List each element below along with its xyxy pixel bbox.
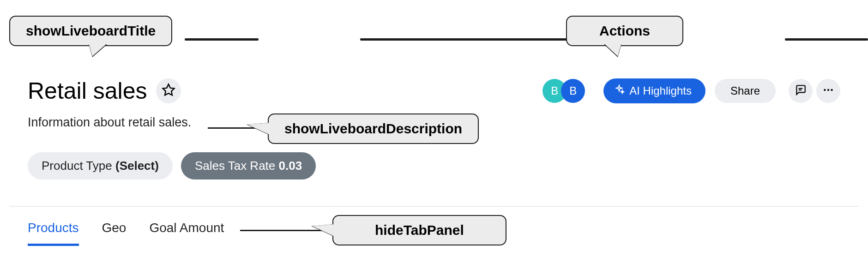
filter-chip-sales-tax-rate[interactable]: Sales Tax Rate 0.03 <box>181 152 316 179</box>
callout-show-title: showLiveboardTitle <box>9 16 172 46</box>
liveboard-description: Information about retail sales. <box>28 115 191 130</box>
star-icon <box>162 83 175 99</box>
tab-products[interactable]: Products <box>28 221 79 246</box>
user-avatars: B B <box>542 79 585 103</box>
liveboard-title: Retail sales <box>28 78 147 104</box>
filter-chip-label: Product Type <box>42 159 112 173</box>
favorite-button[interactable] <box>156 78 181 103</box>
share-button[interactable]: Share <box>715 79 776 103</box>
callout-label: showLiveboardTitle <box>26 23 156 38</box>
svg-point-4 <box>827 89 829 91</box>
callout-label: showLiveboardDescription <box>284 121 462 136</box>
callout-hide-tab-panel: hideTabPanel <box>332 215 506 245</box>
callout-label: hideTabPanel <box>375 222 464 238</box>
more-actions-button[interactable] <box>816 79 840 103</box>
svg-point-5 <box>831 89 832 91</box>
comment-icon <box>795 84 807 98</box>
callout-actions: Actions <box>566 16 683 46</box>
filter-chip-product-type[interactable]: Product Type (Select) <box>28 152 173 179</box>
sparkle-icon <box>614 84 629 98</box>
ellipsis-icon <box>822 84 834 98</box>
avatar[interactable]: B <box>561 79 585 103</box>
filter-chip-label: Sales Tax Rate <box>195 159 275 173</box>
callout-show-description: showLiveboardDescription <box>268 114 479 144</box>
comments-button[interactable] <box>789 79 813 103</box>
callout-label: Actions <box>599 23 650 38</box>
tab-panel: Products Geo Goal Amount <box>28 221 224 246</box>
share-label: Share <box>730 84 760 97</box>
svg-marker-0 <box>163 84 175 96</box>
divider <box>9 206 859 207</box>
tab-goal-amount[interactable]: Goal Amount <box>149 221 224 246</box>
ai-highlights-button[interactable]: AI Highlights <box>603 78 705 103</box>
svg-point-3 <box>824 89 826 91</box>
filter-chips: Product Type (Select) Sales Tax Rate 0.0… <box>28 152 316 179</box>
tab-geo[interactable]: Geo <box>102 221 127 246</box>
filter-chip-value: (Select) <box>115 159 159 173</box>
filter-chip-value: 0.03 <box>279 159 302 173</box>
ai-highlights-label: AI Highlights <box>629 84 692 97</box>
liveboard-header: Retail sales B B AI Highlights Share <box>28 78 840 104</box>
